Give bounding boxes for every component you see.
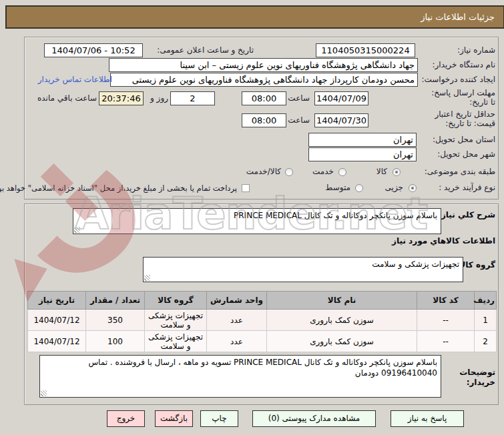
- price-validity-hour-label: ساعت: [288, 115, 310, 125]
- radio-service[interactable]: [338, 168, 346, 176]
- cell-qty: 350: [86, 310, 145, 331]
- cell-date: 1404/07/12: [28, 331, 86, 352]
- goods-table-header-row: ردیف کد کالا نام کالا واحد شمارش گروه کا…: [28, 292, 497, 310]
- need-number-field[interactable]: 1104050315000224: [316, 43, 415, 57]
- price-validity-date-field[interactable]: 1404/07/30: [314, 113, 368, 127]
- goods-info-panel: شرح كلي نياز: باسلام سوزن پانکچر دوکانال…: [24, 203, 499, 405]
- buyer-org-label: نام دستگاه خریدار:: [433, 60, 496, 69]
- col-unit: واحد شمارش: [207, 292, 267, 310]
- cell-name: سوزن کمک باروری: [267, 331, 417, 352]
- print-button[interactable]: چاپ: [200, 410, 238, 427]
- radio-goods[interactable]: [393, 168, 401, 176]
- price-validity-label: حداقل تاریخ اعتبار قیمت: تا تاریخ:: [423, 109, 495, 128]
- col-group: گروه کالا: [145, 292, 207, 310]
- col-name: نام کالا: [267, 292, 417, 310]
- cell-date: 1404/07/12: [28, 310, 86, 331]
- col-qty: تعداد / مقدار: [86, 292, 145, 310]
- classification-label: طبقه بندی موضوعی:: [425, 167, 495, 176]
- reply-hour-label: ساعت: [288, 93, 310, 103]
- announce-datetime-label: تاریخ و ساعت اعلان عمومی:: [157, 45, 254, 55]
- buyer-contact-link[interactable]: اطلاعات تماس خریدار: [38, 75, 112, 84]
- cell-row: 1: [475, 310, 497, 331]
- delivery-province-field[interactable]: تهران: [308, 133, 417, 147]
- need-number-label: شماره نیاز:: [457, 45, 495, 55]
- treasury-docs-label: پرداخت تمام یا بخشی از مبلغ خرید،از محل …: [0, 183, 237, 193]
- radio-goods-label: کالا: [376, 167, 387, 176]
- need-description-textarea[interactable]: باسلام سوزن پانکچر دوکاناله و تک کانال P…: [73, 208, 441, 234]
- reply-deadline-label: مهلت ارسال پاسخ: تا تاریخ:: [429, 88, 495, 107]
- treasury-docs-checkbox[interactable]: [242, 184, 250, 192]
- table-row: 2 -- سوزن کمک باروری عدد تجهیزات پزشکی و…: [28, 331, 497, 352]
- reply-deadline-time-field[interactable]: 08:00: [242, 91, 286, 105]
- buyer-notes-textarea[interactable]: باسلام سوزن پانکچر دوکاناله و تک کانال P…: [39, 355, 441, 398]
- cell-code: --: [417, 331, 475, 352]
- buyer-notes-label: توضیحات خریدار:: [454, 368, 495, 388]
- exit-button[interactable]: خروج: [107, 410, 145, 427]
- price-validity-time-field[interactable]: 08:00: [242, 113, 286, 127]
- cell-group: تجهیزات پزشکی و سلامت: [145, 331, 207, 352]
- col-code: کد کالا: [417, 292, 475, 310]
- delivery-province-label: استان محل تحویل:: [433, 135, 495, 144]
- cell-row: 2: [475, 331, 497, 352]
- table-row: 1 -- سوزن کمک باروری عدد تجهیزات پزشکی و…: [28, 310, 497, 331]
- radio-service-label: خدمت: [312, 167, 334, 176]
- need-info-panel: شماره نیاز: 1104050315000224 تاریخ و ساع…: [24, 37, 499, 199]
- radio-minor[interactable]: [409, 184, 417, 192]
- col-row: ردیف: [475, 292, 497, 310]
- radio-medium-label: متوسط: [325, 183, 350, 192]
- goods-section-heading: اطلاعات كالاهاي مورد نياز: [392, 236, 495, 246]
- page-title: جزئیات اطلاعات نیاز: [5, 5, 504, 29]
- reply-to-need-button[interactable]: پاسخ به نیاز: [391, 410, 464, 427]
- need-description-label: شرح كلي نياز:: [438, 210, 495, 220]
- goods-group-field[interactable]: تجهیزات پزشکی و سلامت: [143, 257, 463, 282]
- days-and-label: روز و: [150, 93, 168, 103]
- request-creator-label: ایجاد کننده درخواست:: [421, 75, 495, 84]
- cell-unit: عدد: [207, 310, 267, 331]
- cell-unit: عدد: [207, 331, 267, 352]
- radio-goods-service-label: کالا/خدمت: [246, 167, 281, 176]
- delivery-city-label: شهر محل تحویل:: [437, 149, 495, 159]
- request-creator-field[interactable]: محسن دودمان کارپرداز جهاد دانشگاهی پژوهش…: [110, 73, 418, 87]
- radio-goods-service[interactable]: [285, 168, 293, 176]
- announce-datetime-field[interactable]: 1404/07/06 - 10:52: [44, 43, 143, 57]
- tender-detail-page: { "title": "جزئیات اطلاعات نیاز", "water…: [0, 0, 504, 435]
- radio-medium[interactable]: [355, 184, 363, 192]
- cell-name: سوزن کمک باروری: [267, 310, 417, 331]
- delivery-city-field[interactable]: تهران: [308, 147, 417, 161]
- view-attachments-button[interactable]: مشاهده مدارک پیوستی (0): [252, 410, 376, 427]
- reply-deadline-date-field[interactable]: 1404/07/09: [314, 91, 368, 105]
- cell-group: تجهیزات پزشکی و سلامت: [145, 310, 207, 331]
- cell-code: --: [417, 310, 475, 331]
- radio-minor-label: جزیی: [385, 183, 403, 192]
- goods-table: ردیف کد کالا نام کالا واحد شمارش گروه کا…: [27, 291, 497, 352]
- countdown-timer: 20:37:46: [99, 91, 144, 105]
- col-date: تاریخ نیاز: [28, 292, 86, 310]
- back-button[interactable]: بازگشت: [155, 410, 193, 427]
- cell-qty: 100: [86, 331, 145, 352]
- buyer-org-field[interactable]: جهاد دانشگاهی پژوهشگاه فناوریهای نوین عل…: [109, 58, 418, 72]
- remaining-days-field: 2: [170, 91, 215, 105]
- hours-remaining-label: ساعت باقي مانده: [37, 93, 97, 103]
- process-type-label: نوع فرآیند خرید :: [439, 183, 495, 192]
